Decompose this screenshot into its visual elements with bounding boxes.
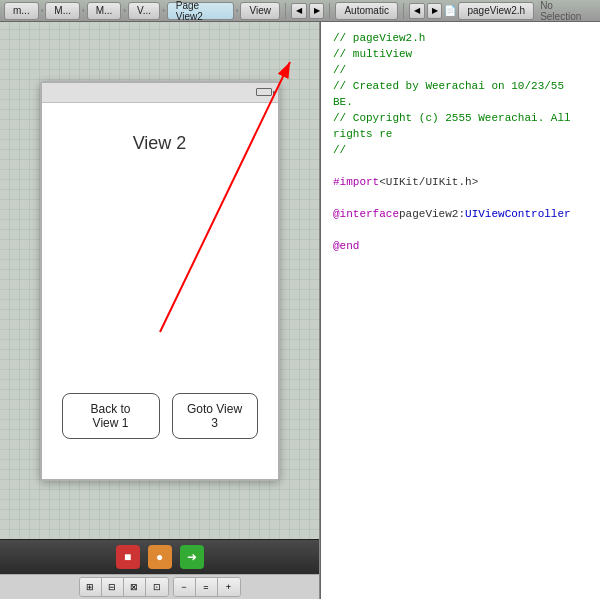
filename-btn[interactable]: pageView2.h — [458, 2, 534, 20]
layout-btn-1[interactable]: ⊞ — [80, 578, 102, 596]
comment-4: // Created by Weerachai on 10/23/55 BE. — [333, 78, 588, 110]
code-line-3: // — [333, 62, 588, 78]
red-icon-symbol: ■ — [124, 550, 131, 564]
main-area: View 2 Back to View 1 Goto View 3 ■ ● ➜ — [0, 22, 600, 599]
sep1: › — [41, 6, 44, 15]
view-title: View 2 — [133, 133, 187, 154]
layout-btn-3[interactable]: ⊠ — [124, 578, 146, 596]
breadcrumb-v[interactable]: V... — [128, 2, 160, 20]
sep2: › — [82, 6, 85, 15]
import-keyword: #import — [333, 174, 379, 190]
breadcrumb-view[interactable]: View — [240, 2, 280, 20]
code-line-4: // Created by Weerachai on 10/23/55 BE. — [333, 78, 588, 110]
zoom-segment: − = + — [173, 577, 241, 597]
breadcrumb-pageview2[interactable]: Page View2 — [167, 2, 234, 20]
battery-icon — [256, 88, 272, 96]
sep3: › — [123, 6, 126, 15]
back-to-view1-button[interactable]: Back to View 1 — [62, 393, 160, 439]
code-line-2: // multiView — [333, 46, 588, 62]
sep5: › — [236, 6, 239, 15]
layout-segment: ⊞ ⊟ ⊠ ⊡ — [79, 577, 169, 597]
code-panel: // pageView2.h // multiView // // Create… — [321, 22, 600, 599]
file-icon: 📄 — [444, 5, 456, 16]
breadcrumb-m1[interactable]: m... — [4, 2, 39, 20]
code-line-9 — [333, 190, 588, 206]
code-nav-forward[interactable]: ▶ — [427, 3, 443, 19]
green-icon-symbol: ➜ — [187, 550, 197, 564]
breadcrumb-m3[interactable]: M... — [87, 2, 122, 20]
code-line-8: #import <UIKit/UIKit.h> — [333, 174, 588, 190]
goto-view3-button[interactable]: Goto View 3 — [172, 393, 258, 439]
sep-v2 — [329, 3, 330, 19]
canvas-bottom-toolbar: ■ ● ➜ — [0, 539, 319, 574]
orange-icon[interactable]: ● — [148, 545, 172, 569]
automatic-btn[interactable]: Automatic — [335, 2, 397, 20]
sep4: › — [162, 6, 165, 15]
code-line-5: // Copyright (c) 2555 Weerachai. All rig… — [333, 110, 588, 142]
code-line-10: @interface pageView2 : UIViewController — [333, 206, 588, 222]
code-line-7 — [333, 158, 588, 174]
code-line-11 — [333, 222, 588, 238]
iphone-area: View 2 Back to View 1 Goto View 3 — [0, 22, 319, 539]
status-bar — [42, 83, 278, 103]
code-nav-back[interactable]: ◀ — [409, 3, 425, 19]
nav-back-btn[interactable]: ◀ — [291, 3, 307, 19]
top-toolbar: m... › M... › M... › V... › Page View2 ›… — [0, 0, 600, 22]
layout-btn-2[interactable]: ⊟ — [102, 578, 124, 596]
sep-v3 — [403, 3, 404, 19]
end-keyword: @end — [333, 238, 359, 254]
iphone-frame: View 2 Back to View 1 Goto View 3 — [40, 81, 280, 481]
canvas-bottom-tools: ⊞ ⊟ ⊠ ⊡ − = + — [0, 574, 319, 599]
zoom-in-btn[interactable]: + — [218, 578, 240, 596]
import-text: <UIKit/UIKit.h> — [379, 174, 478, 190]
layout-btn-4[interactable]: ⊡ — [146, 578, 168, 596]
green-icon[interactable]: ➜ — [180, 545, 204, 569]
sep-v1 — [285, 3, 286, 19]
nav-forward-btn[interactable]: ▶ — [309, 3, 325, 19]
code-line-12: @end — [333, 238, 588, 254]
red-icon[interactable]: ■ — [116, 545, 140, 569]
colon: : — [458, 206, 465, 222]
comment-5: // Copyright (c) 2555 Weerachai. All rig… — [333, 110, 588, 142]
superclass-name: UIViewController — [465, 206, 571, 222]
no-selection-label: No Selection — [540, 0, 596, 22]
comment-1: // pageView2.h — [333, 30, 425, 46]
zoom-out-btn[interactable]: − — [174, 578, 196, 596]
code-editor[interactable]: // pageView2.h // multiView // // Create… — [321, 22, 600, 599]
orange-icon-symbol: ● — [156, 550, 163, 564]
zoom-fit-btn[interactable]: = — [196, 578, 218, 596]
breadcrumb-m2[interactable]: M... — [45, 2, 80, 20]
iphone-buttons: Back to View 1 Goto View 3 — [62, 393, 258, 439]
comment-2: // multiView — [333, 46, 412, 62]
iphone-content: View 2 Back to View 1 Goto View 3 — [42, 103, 278, 479]
code-line-1: // pageView2.h — [333, 30, 588, 46]
class-name: pageView2 — [399, 206, 458, 222]
breadcrumb-bar: m... › M... › M... › V... › Page View2 ›… — [4, 2, 280, 20]
code-line-6: // — [333, 142, 588, 158]
interface-keyword: @interface — [333, 206, 399, 222]
comment-3: // — [333, 62, 346, 78]
canvas-panel: View 2 Back to View 1 Goto View 3 ■ ● ➜ — [0, 22, 320, 599]
comment-6: // — [333, 142, 346, 158]
